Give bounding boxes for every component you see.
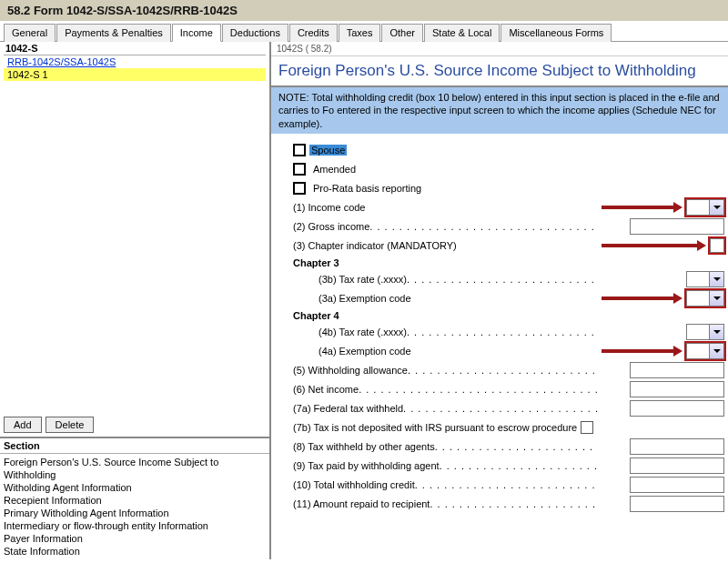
- tree-link-rrb[interactable]: RRB-1042S/SSA-1042S: [4, 55, 266, 68]
- tab-misc[interactable]: Miscellaneous Forms: [500, 24, 612, 42]
- left-panel: 1042-S RRB-1042S/SSA-1042S 1042-S 1 Add …: [0, 42, 271, 559]
- amended-label: Amended: [309, 164, 356, 175]
- label-7a-federal-tax: (7a) Federal tax withheld: [293, 403, 403, 414]
- tab-taxes[interactable]: Taxes: [339, 24, 381, 42]
- label-gross-income: (2) Gross income: [293, 221, 369, 232]
- form-panel: 1042S ( 58.2) Foreign Person's U.S. Sour…: [271, 42, 728, 559]
- net-income-input[interactable]: [630, 381, 724, 397]
- tab-income[interactable]: Income: [172, 24, 221, 42]
- repaid-input[interactable]: [630, 496, 724, 512]
- tree-head: 1042-S: [4, 42, 266, 55]
- tab-state[interactable]: State & Local: [424, 24, 500, 42]
- tab-bar: General Payments & Penalties Income Dedu…: [0, 21, 728, 42]
- section-item[interactable]: Withholding: [4, 468, 266, 481]
- label-income-code: (1) Income code: [293, 202, 365, 213]
- tab-credits[interactable]: Credits: [289, 24, 338, 42]
- label-8-other-agents: (8) Tax withheld by other agents: [293, 441, 435, 452]
- section-item[interactable]: State Information: [4, 545, 266, 558]
- section-item[interactable]: Primary Witholding Agent Information: [4, 507, 266, 519]
- prorata-checkbox[interactable]: [293, 182, 306, 195]
- section-item[interactable]: Intermediary or flow-through entity Info…: [4, 519, 266, 532]
- tab-general[interactable]: General: [4, 24, 56, 42]
- income-code-dropdown[interactable]: [686, 199, 724, 216]
- label-3a-exemption: (3a) Exemption code: [318, 293, 411, 304]
- tree-view: 1042-S RRB-1042S/SSA-1042S 1042-S 1: [0, 42, 269, 81]
- spouse-checkbox[interactable]: [293, 144, 306, 156]
- label-withholding-allowance: (5) Withholding allowance: [293, 365, 408, 376]
- chapter-indicator-input[interactable]: [710, 238, 724, 253]
- 3a-exemption-dropdown[interactable]: [686, 290, 724, 307]
- section-item[interactable]: Foreign Person's U.S. Source Income Subj…: [4, 456, 266, 468]
- chevron-down-icon: [709, 325, 723, 339]
- total-credit-input[interactable]: [630, 477, 724, 493]
- label-4b-tax-rate: (4b) Tax rate (.xxxx): [318, 327, 407, 337]
- label-net-income: (6) Net income: [293, 384, 359, 395]
- title-bar: 58.2 Form 1042-S/SSA-1042S/RRB-1042S: [0, 0, 728, 21]
- arrow-icon: [602, 295, 682, 302]
- chevron-down-icon: [709, 291, 723, 306]
- chapter-3-heading: Chapter 3: [275, 257, 724, 268]
- 4a-exemption-dropdown[interactable]: [686, 343, 724, 359]
- label-4a-exemption: (4a) Exemption code: [318, 346, 411, 357]
- arrow-icon: [602, 242, 706, 249]
- tax-paid-input[interactable]: [630, 457, 724, 474]
- tab-other[interactable]: Other: [381, 24, 423, 42]
- section-item[interactable]: Recepient Information: [4, 494, 266, 507]
- arrow-icon: [602, 347, 682, 355]
- label-9-tax-paid: (9) Tax paid by withholding agent: [293, 460, 440, 471]
- escrow-checkbox[interactable]: [581, 421, 593, 434]
- spouse-label: Spouse: [309, 145, 347, 156]
- label-3b-tax-rate: (3b) Tax rate (.xxxx): [318, 274, 407, 285]
- delete-button[interactable]: Delete: [46, 417, 95, 433]
- 4b-tax-rate-dropdown[interactable]: [686, 324, 724, 340]
- section-list: Foreign Person's U.S. Source Income Subj…: [0, 454, 269, 559]
- add-button[interactable]: Add: [4, 417, 42, 433]
- form-title: Foreign Person's U.S. Source Income Subj…: [271, 56, 728, 87]
- label-chapter-indicator: (3) Chapter indicator (MANDATORY): [293, 240, 457, 251]
- breadcrumb: 1042S ( 58.2): [271, 42, 728, 56]
- 3b-tax-rate-dropdown[interactable]: [686, 271, 724, 287]
- label-7b-escrow: (7b) Tax is not deposited with IRS pursu…: [293, 422, 577, 433]
- chapter-4-heading: Chapter 4: [275, 310, 724, 321]
- other-agents-input[interactable]: [630, 438, 724, 455]
- chevron-down-icon: [709, 272, 723, 287]
- section-item[interactable]: Payer Information: [4, 532, 266, 545]
- section-header: Section: [0, 437, 269, 454]
- gross-income-input[interactable]: [630, 218, 724, 235]
- note-banner: NOTE: Total withholding credit (box 10 b…: [271, 87, 728, 134]
- arrow-icon: [602, 204, 682, 211]
- tab-payments[interactable]: Payments & Penalties: [56, 24, 171, 42]
- withholding-allowance-input[interactable]: [630, 362, 724, 378]
- label-11-repaid: (11) Amount repaid to recipient: [293, 498, 430, 509]
- chevron-down-icon: [709, 200, 723, 215]
- tree-selected[interactable]: 1042-S 1: [4, 68, 266, 81]
- label-10-total-credit: (10) Total withholding credit: [293, 479, 415, 490]
- tab-deductions[interactable]: Deductions: [222, 24, 288, 42]
- amended-checkbox[interactable]: [293, 163, 306, 176]
- prorata-label: Pro-Rata basis reporting: [309, 183, 421, 194]
- chevron-down-icon: [709, 344, 723, 358]
- section-item[interactable]: Witholding Agent Information: [4, 481, 266, 494]
- federal-tax-input[interactable]: [630, 400, 724, 417]
